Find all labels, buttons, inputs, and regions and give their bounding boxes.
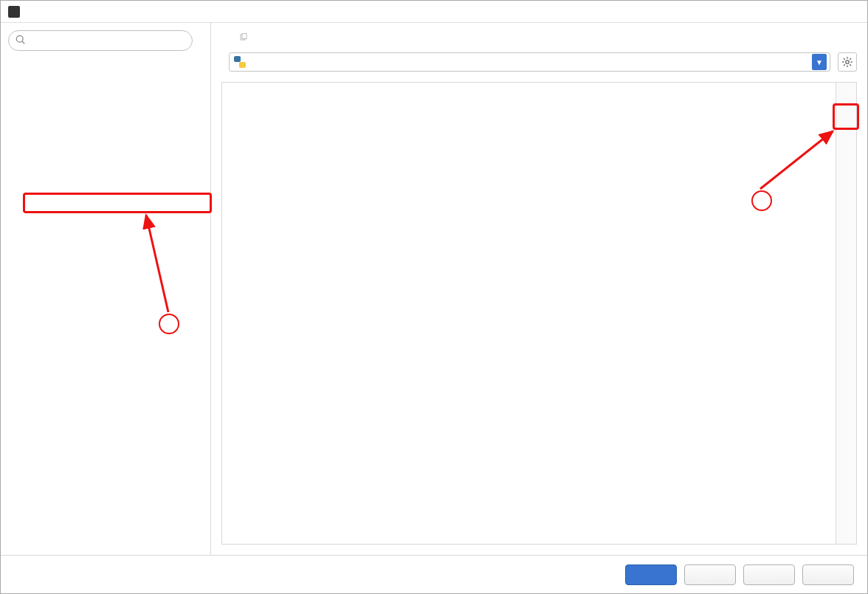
apply-button[interactable] xyxy=(743,564,795,585)
svg-line-9 xyxy=(844,58,845,60)
add-package-button[interactable] xyxy=(838,85,855,103)
svg-rect-3 xyxy=(242,34,247,39)
settings-window: ▼ xyxy=(0,0,868,594)
ok-button[interactable] xyxy=(625,564,677,585)
sidebar xyxy=(1,23,211,555)
python-icon xyxy=(234,56,246,68)
upgrade-package-button[interactable] xyxy=(838,125,855,142)
scope-badge xyxy=(239,33,251,42)
titlebar xyxy=(1,1,867,23)
search-icon xyxy=(16,35,26,47)
svg-line-10 xyxy=(850,64,851,66)
help-button[interactable] xyxy=(802,564,854,585)
copy-icon xyxy=(239,33,248,42)
svg-point-4 xyxy=(846,61,849,63)
main-panel: ▼ xyxy=(211,23,867,555)
dialog-footer xyxy=(1,555,867,593)
remove-package-button[interactable] xyxy=(838,105,855,122)
app-icon xyxy=(8,6,20,18)
svg-line-1 xyxy=(22,41,24,44)
package-actions xyxy=(836,83,856,544)
breadcrumb xyxy=(221,33,867,42)
svg-line-12 xyxy=(850,58,851,60)
settings-tree xyxy=(8,57,204,548)
package-table-wrap xyxy=(221,82,857,545)
chevron-down-icon[interactable]: ▼ xyxy=(812,54,827,70)
gear-icon[interactable] xyxy=(838,52,857,72)
svg-line-11 xyxy=(844,64,845,66)
cancel-button[interactable] xyxy=(684,564,736,585)
interpreter-select[interactable]: ▼ xyxy=(229,52,830,72)
svg-point-0 xyxy=(16,35,23,42)
search-input[interactable] xyxy=(8,30,193,51)
